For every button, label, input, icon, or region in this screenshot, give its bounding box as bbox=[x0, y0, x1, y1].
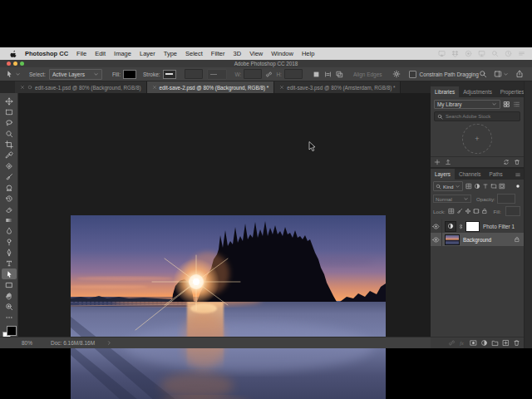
zoom-level-field[interactable]: 80% bbox=[22, 340, 32, 346]
marquee-tool[interactable] bbox=[2, 106, 17, 117]
lock-position-icon[interactable] bbox=[465, 208, 471, 214]
eyedropper-tool[interactable] bbox=[2, 150, 17, 160]
new-layer-icon[interactable] bbox=[502, 339, 510, 347]
panel-tab-channels[interactable]: Channels bbox=[455, 169, 485, 180]
layer-mask-icon[interactable] bbox=[470, 339, 477, 347]
apple-icon[interactable] bbox=[10, 50, 17, 57]
pixel-layer-filter-icon[interactable] bbox=[466, 183, 472, 190]
airplay-icon[interactable] bbox=[438, 50, 446, 57]
menu-item-view[interactable]: View bbox=[249, 50, 263, 57]
zoom-tool[interactable] bbox=[2, 301, 17, 312]
pen-tool[interactable] bbox=[2, 247, 17, 258]
smart-object-filter-icon[interactable] bbox=[499, 183, 505, 190]
library-dropdown[interactable]: My Library bbox=[434, 100, 500, 109]
layer-mask-thumbnail[interactable] bbox=[466, 221, 480, 232]
current-tool-icon[interactable] bbox=[5, 70, 13, 78]
menu-item-image[interactable]: Image bbox=[114, 50, 131, 57]
sync-library-icon[interactable] bbox=[503, 159, 510, 165]
document-tab-3[interactable]: edit-save-3.psd @ 80% (Amsterdam, RGB/8)… bbox=[274, 81, 401, 93]
delete-layer-icon[interactable] bbox=[513, 339, 520, 347]
dodge-tool[interactable] bbox=[2, 236, 17, 247]
stroke-width-field[interactable] bbox=[185, 69, 203, 79]
fill-field[interactable] bbox=[505, 206, 520, 216]
dropbox-icon[interactable] bbox=[451, 50, 459, 57]
close-icon[interactable] bbox=[279, 85, 284, 90]
width-field[interactable] bbox=[244, 69, 262, 79]
layer-visibility-toggle[interactable] bbox=[431, 233, 442, 246]
layer-filter-kind-dropdown[interactable]: Kind bbox=[433, 181, 463, 191]
screen-record-icon[interactable] bbox=[465, 50, 472, 57]
delete-library-item-icon[interactable] bbox=[514, 159, 520, 165]
constrain-path-checkbox[interactable] bbox=[409, 71, 416, 78]
zoom-window-button[interactable] bbox=[20, 62, 24, 66]
eraser-tool[interactable] bbox=[2, 204, 17, 214]
tool-preset-chevron-icon[interactable] bbox=[15, 71, 21, 77]
display-icon[interactable] bbox=[478, 50, 485, 57]
close-icon[interactable] bbox=[20, 85, 25, 90]
crop-tool[interactable] bbox=[2, 139, 17, 150]
type-tool[interactable] bbox=[2, 258, 17, 268]
document-tab-1[interactable]: edit-save-1.psd @ 80% (Background, RGB/8… bbox=[15, 81, 147, 93]
shape-layer-filter-icon[interactable] bbox=[490, 183, 497, 190]
workspace-icon[interactable] bbox=[494, 70, 502, 78]
library-drop-zone[interactable]: + bbox=[431, 121, 524, 156]
spotlight-icon[interactable] bbox=[491, 50, 499, 57]
new-library-item-icon[interactable] bbox=[434, 159, 441, 165]
document-tab-2[interactable]: edit-save-2.psd @ 80% (Background, RGB/8… bbox=[147, 81, 275, 93]
canvas-area[interactable] bbox=[18, 93, 431, 337]
path-selection-tool[interactable] bbox=[2, 268, 17, 279]
clone-stamp-tool[interactable] bbox=[2, 182, 17, 193]
select-mode-dropdown[interactable]: Active Layers bbox=[49, 69, 102, 80]
edit-toolbar-ellipsis[interactable] bbox=[2, 312, 17, 323]
gradient-tool[interactable] bbox=[2, 214, 17, 225]
path-alignment-icon[interactable] bbox=[324, 71, 332, 78]
menu-item-help[interactable]: Help bbox=[302, 50, 314, 57]
layer-filter-toggle-icon[interactable] bbox=[515, 183, 521, 190]
type-layer-filter-icon[interactable] bbox=[482, 183, 489, 190]
link-dimensions-icon[interactable] bbox=[265, 71, 273, 78]
minimize-window-button[interactable] bbox=[13, 62, 17, 66]
layer-group-icon[interactable] bbox=[491, 339, 499, 347]
blend-mode-dropdown[interactable]: Normal bbox=[433, 195, 471, 203]
notification-list-icon[interactable] bbox=[518, 50, 525, 57]
menu-item-select[interactable]: Select bbox=[185, 50, 203, 57]
grid-view-icon[interactable] bbox=[503, 101, 510, 108]
quick-selection-tool[interactable] bbox=[2, 128, 17, 139]
new-adjustment-layer-icon[interactable] bbox=[480, 339, 488, 347]
layer-row-photo-filter-1[interactable]: Photo Filter 1 bbox=[431, 219, 524, 233]
library-search-input[interactable]: Search Adobe Stock bbox=[434, 111, 520, 121]
blur-tool[interactable] bbox=[2, 225, 17, 236]
share-icon[interactable] bbox=[515, 70, 524, 78]
brush-tool[interactable] bbox=[2, 171, 17, 182]
layer-thumbnail[interactable] bbox=[445, 234, 460, 245]
menu-item-file[interactable]: File bbox=[76, 50, 86, 57]
foreground-color-swatch[interactable] bbox=[7, 326, 17, 336]
move-tool[interactable] bbox=[2, 96, 17, 106]
menu-item-edit[interactable]: Edit bbox=[95, 50, 106, 57]
clock-icon[interactable] bbox=[505, 50, 512, 57]
lock-transparency-icon[interactable] bbox=[448, 208, 455, 214]
menu-item-filter[interactable]: Filter bbox=[211, 50, 225, 57]
share-library-icon[interactable] bbox=[445, 159, 451, 165]
menu-item-window[interactable]: Window bbox=[271, 50, 293, 57]
menu-item-photoshop-cc[interactable]: Photoshop CC bbox=[25, 50, 68, 57]
panel-tab-libraries[interactable]: Libraries bbox=[431, 86, 459, 97]
path-operations-icon[interactable] bbox=[313, 71, 320, 78]
hand-tool[interactable] bbox=[2, 290, 17, 301]
menu-item-type[interactable]: Type bbox=[164, 50, 177, 57]
panel-tab-layers[interactable]: Layers bbox=[431, 169, 455, 180]
panel-menu-icon[interactable] bbox=[515, 169, 524, 180]
gear-icon[interactable] bbox=[392, 70, 401, 78]
close-window-button[interactable] bbox=[7, 62, 11, 66]
layer-effects-icon[interactable]: fx bbox=[459, 339, 466, 347]
adjustment-layer-thumbnail[interactable] bbox=[445, 221, 456, 232]
lock-all-icon[interactable] bbox=[481, 208, 488, 214]
link-layers-icon[interactable] bbox=[448, 339, 456, 347]
status-options-chevron-icon[interactable] bbox=[106, 340, 112, 346]
lock-artboard-icon[interactable] bbox=[473, 208, 480, 214]
lock-pixels-icon[interactable] bbox=[456, 208, 463, 214]
path-arrangement-icon[interactable] bbox=[336, 71, 343, 78]
list-view-icon[interactable] bbox=[513, 101, 520, 108]
adjustment-layer-filter-icon[interactable] bbox=[474, 183, 480, 190]
panel-tab-paths[interactable]: Paths bbox=[485, 169, 507, 180]
